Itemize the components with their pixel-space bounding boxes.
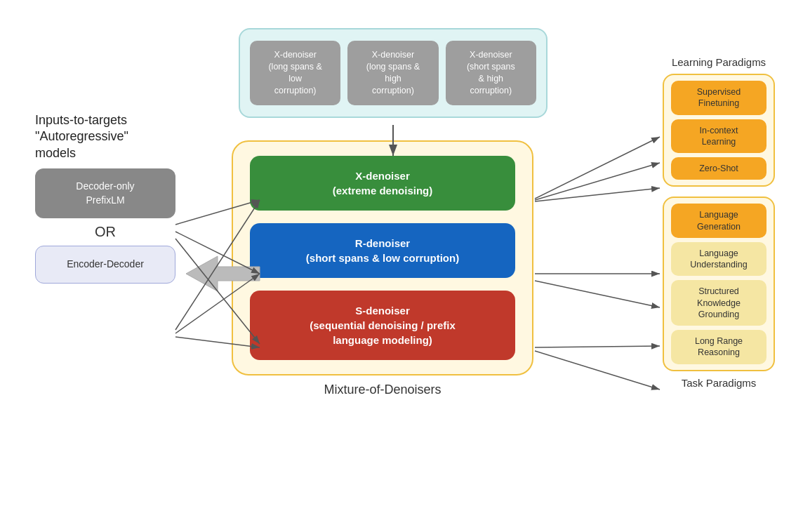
top-section: X-denoiser(long spans &lowcorruption) X-… [239,28,548,118]
or-label: OR [35,224,175,240]
mod-container: X-denoiser(extreme denoising) R-denoiser… [232,140,533,375]
diagram: Inputs-to-targets"Autoregressive"models … [0,0,803,532]
svg-line-11 [535,163,660,200]
mod-section: X-denoiser(extreme denoising) R-denoiser… [232,140,533,397]
right-section: Learning Paradigms SupervisedFinetuning … [663,56,775,394]
zero-shot-item: Zero-Shot [671,157,766,180]
encoder-decoder-box: Encoder-Decoder [35,246,175,284]
r-denoiser-box: R-denoiser(short spans & low corruption) [250,223,515,278]
svg-line-14 [535,281,660,307]
task-paradigms-container: LanguageGeneration LanguageUnderstanding… [663,197,775,371]
svg-line-15 [535,346,660,347]
task-paradigms-label: Task Paradigms [663,377,775,389]
xdenoiser-box-1: X-denoiser(long spans &lowcorruption) [250,41,340,105]
s-denoiser-box: S-denoiser(sequential denoising / prefix… [250,291,515,360]
svg-line-16 [535,351,660,390]
decoder-only-box: Decoder-onlyPrefixLM [35,168,175,218]
learning-paradigms-label: Learning Paradigms [663,56,775,68]
supervised-finetuning-item: SupervisedFinetuning [671,81,766,115]
svg-line-10 [535,137,660,199]
language-generation-item: LanguageGeneration [671,204,766,238]
structured-knowledge-item: StructuredKnowledgeGrounding [671,280,766,326]
language-understanding-item: LanguageUnderstanding [671,242,766,277]
svg-line-12 [535,188,660,201]
inputs-to-targets-label: Inputs-to-targets"Autoregressive"models [35,112,175,161]
x-denoiser-box: X-denoiser(extreme denoising) [250,156,515,211]
left-section: Inputs-to-targets"Autoregressive"models … [35,112,175,289]
in-context-learning-item: In-contextLearning [671,119,766,154]
mod-label: Mixture-of-Denoisers [232,383,533,397]
long-range-reasoning-item: Long RangeReasoning [671,330,766,364]
xdenoiser-box-2: X-denoiser(long spans &highcorruption) [347,41,438,105]
top-xdenoisers-container: X-denoiser(long spans &lowcorruption) X-… [239,28,548,118]
learning-paradigms-container: SupervisedFinetuning In-contextLearning … [663,74,775,187]
xdenoiser-box-3: X-denoiser(short spans& highcorruption) [446,41,536,105]
